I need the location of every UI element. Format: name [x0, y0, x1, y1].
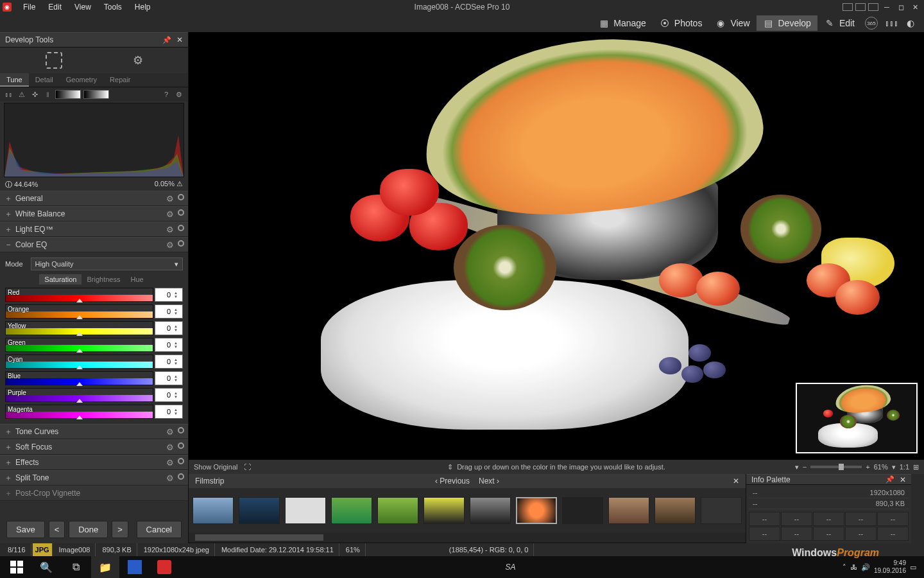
taskbar-clock[interactable]: 9:49 19.09.2016	[874, 559, 906, 575]
subtab-brightness[interactable]: Brightness	[81, 274, 125, 285]
chevron-down-icon[interactable]: ▾	[795, 463, 799, 471]
tray-network-icon[interactable]: 🖧	[850, 563, 857, 571]
slider-green[interactable]: Green	[5, 338, 153, 352]
thumb[interactable]	[285, 497, 326, 524]
spin-down-icon[interactable]: ▼	[174, 295, 182, 299]
section-gear-icon[interactable]: ⚙	[166, 473, 174, 483]
prev-button[interactable]: <	[49, 521, 65, 538]
fullscreen-icon[interactable]: ⛶	[244, 463, 251, 471]
gradient-swatch-2[interactable]	[83, 90, 109, 99]
tab-repair[interactable]: Repair	[103, 73, 137, 87]
layout-preset-2[interactable]	[855, 3, 866, 11]
section-color-eq[interactable]: −Color EQ⚙	[0, 237, 188, 252]
slider-red[interactable]: Red	[5, 288, 153, 302]
tray-volume-icon[interactable]: 🔊	[861, 563, 870, 572]
thumb[interactable]	[701, 497, 742, 524]
taskbar-app-1[interactable]	[121, 556, 149, 578]
mode-develop[interactable]: ▤Develop	[757, 15, 817, 31]
done-button[interactable]: Done	[69, 521, 108, 538]
section-gear-icon[interactable]: ⚙	[166, 442, 174, 452]
section-reset-icon[interactable]	[178, 209, 184, 216]
crop-focus-icon[interactable]	[46, 52, 62, 69]
slider-handle[interactable]	[76, 399, 83, 403]
zoom-out-icon[interactable]: −	[803, 463, 807, 471]
tab-geometry[interactable]: Geometry	[60, 73, 103, 87]
thumb[interactable]	[377, 497, 418, 524]
section-effects[interactable]: ＋Effects⚙	[0, 455, 188, 470]
section-gear-icon[interactable]: ⚙	[166, 209, 174, 219]
menu-edit[interactable]: Edit	[42, 1, 68, 13]
tray-chevron-icon[interactable]: ˄	[843, 563, 846, 572]
slider-blue[interactable]: Blue	[5, 371, 153, 385]
section-reset-icon[interactable]	[178, 194, 184, 200]
menu-file[interactable]: File	[17, 1, 42, 13]
mode-dashboard[interactable]: ⫾⫾⫾	[882, 15, 901, 31]
mode-view[interactable]: ◉View	[708, 15, 756, 31]
tab-tune[interactable]: Tune	[0, 73, 29, 87]
cancel-button[interactable]: Cancel	[137, 521, 182, 538]
thumb[interactable]	[193, 497, 234, 524]
slider-value-cyan[interactable]: 0▲▼	[155, 355, 183, 369]
section-gear-icon[interactable]: ⚙	[166, 427, 174, 437]
slider-orange[interactable]: Orange	[5, 304, 153, 319]
pin-icon[interactable]: 📌	[886, 475, 894, 484]
menu-view[interactable]: View	[68, 1, 98, 13]
zoom-fit-button[interactable]: 1:1	[900, 463, 909, 471]
close-button[interactable]: ✕	[909, 3, 921, 12]
section-split-tone[interactable]: ＋Split Tone⚙	[0, 470, 188, 486]
section-reset-icon[interactable]	[178, 442, 184, 449]
image-canvas[interactable]	[189, 32, 924, 460]
mode-edit[interactable]: ✎Edit	[817, 15, 861, 31]
section-reset-icon[interactable]	[178, 225, 184, 231]
close-filmstrip-icon[interactable]: ✕	[733, 477, 739, 486]
slider-value-orange[interactable]: 0▲▼	[155, 304, 183, 319]
save-button[interactable]: Save	[6, 521, 45, 538]
taskbar-app-acdsee[interactable]	[150, 556, 178, 578]
slider-value-magenta[interactable]: 0▲▼	[155, 405, 183, 419]
slider-handle[interactable]	[76, 365, 83, 369]
section-reset-icon[interactable]	[178, 427, 184, 434]
help-icon[interactable]: ?	[161, 89, 171, 100]
show-original-button[interactable]: Show Original	[194, 463, 237, 471]
taskview-button[interactable]: ⧉	[62, 556, 90, 578]
spin-down-icon[interactable]: ▼	[174, 412, 182, 416]
layout-preset-1[interactable]	[843, 3, 853, 11]
spin-down-icon[interactable]: ▼	[174, 328, 182, 332]
slider-value-purple[interactable]: 0▲▼	[155, 388, 183, 402]
section-reset-icon[interactable]	[178, 458, 184, 464]
notifications-icon[interactable]: ▭	[910, 563, 916, 572]
slider-value-green[interactable]: 0▲▼	[155, 338, 183, 352]
zoom-dropdown-icon[interactable]: ▾	[892, 463, 896, 471]
start-button[interactable]	[3, 556, 31, 578]
clip-warn-shadow-icon[interactable]: ⚠	[17, 89, 27, 100]
gear-icon[interactable]: ⚙	[133, 53, 143, 67]
fit-screen-icon[interactable]: ⊞	[913, 463, 919, 471]
close-panel-icon[interactable]: ✕	[900, 475, 906, 484]
mode-sync[interactable]: ◐	[901, 15, 920, 31]
minimize-button[interactable]: ─	[880, 3, 893, 12]
section-soft-focus[interactable]: ＋Soft Focus⚙	[0, 439, 188, 455]
coloreq-mode-select[interactable]: High Quality▾	[31, 258, 183, 270]
slider-handle[interactable]	[76, 299, 83, 302]
filmstrip-next[interactable]: Next ›	[479, 477, 499, 486]
slider-handle[interactable]	[76, 315, 83, 319]
spin-down-icon[interactable]: ▼	[174, 395, 182, 399]
slider-handle[interactable]	[76, 349, 83, 353]
menu-help[interactable]: Help	[128, 1, 157, 13]
mode-photos[interactable]: ⦿Photos	[653, 15, 709, 31]
section-white-balance[interactable]: ＋White Balance⚙	[0, 206, 188, 222]
explorer-button[interactable]: 📁	[91, 556, 119, 578]
section-general[interactable]: ＋General⚙	[0, 191, 188, 206]
section-gear-icon[interactable]: ⚙	[166, 458, 174, 468]
mode-manage[interactable]: ▦Manage	[592, 15, 653, 31]
thumb[interactable]	[424, 497, 465, 524]
histogram-icon[interactable]: ⫾⫾	[4, 89, 14, 100]
filmstrip-scrollbar[interactable]	[189, 533, 746, 542]
thumb[interactable]	[562, 497, 603, 524]
navigator-thumbnail[interactable]	[796, 383, 918, 453]
thumb[interactable]	[654, 497, 696, 524]
layout-preset-3[interactable]	[868, 3, 878, 11]
thumb[interactable]	[608, 497, 649, 524]
slider-handle[interactable]	[76, 416, 83, 419]
slider-yellow[interactable]: Yellow	[5, 321, 153, 335]
